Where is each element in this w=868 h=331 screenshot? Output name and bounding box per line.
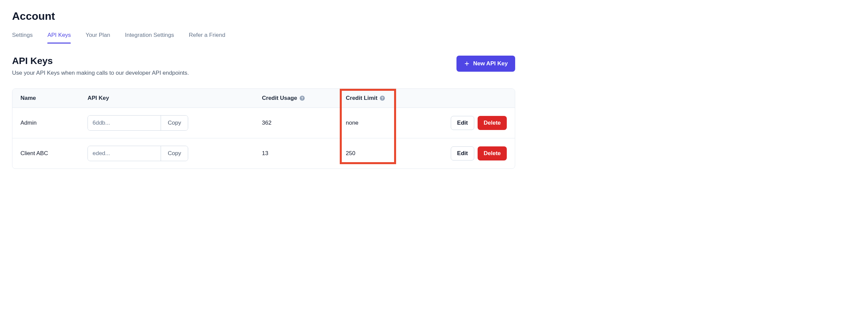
cell-usage: 13	[262, 150, 346, 157]
tab-settings[interactable]: Settings	[12, 32, 33, 43]
api-key-input[interactable]	[88, 146, 161, 161]
cell-usage: 362	[262, 120, 346, 126]
tab-refer-a-friend[interactable]: Refer a Friend	[189, 32, 225, 43]
svg-text:?: ?	[301, 96, 303, 100]
api-key-input[interactable]	[88, 115, 161, 130]
section-desc: Use your API Keys when making calls to o…	[12, 70, 189, 76]
edit-button[interactable]: Edit	[451, 116, 474, 130]
cell-limit: 250	[346, 150, 420, 157]
new-api-key-button[interactable]: New API Key	[457, 56, 515, 72]
cell-key: Copy	[88, 146, 262, 161]
svg-text:?: ?	[381, 96, 383, 100]
page-title: Account	[12, 10, 515, 23]
tab-your-plan[interactable]: Your Plan	[86, 32, 110, 43]
section-title: API Keys	[12, 56, 189, 66]
plus-icon	[464, 61, 470, 67]
copy-button[interactable]: Copy	[161, 146, 188, 161]
delete-button[interactable]: Delete	[477, 116, 507, 130]
copy-button[interactable]: Copy	[161, 115, 188, 130]
tab-api-keys[interactable]: API Keys	[47, 32, 71, 43]
cell-name: Client ABC	[21, 150, 88, 157]
cell-name: Admin	[21, 120, 88, 126]
table-header-row: Name API Key Credit Usage ? Credit Limit…	[12, 89, 515, 108]
table-row: AdminCopy362noneEditDelete	[12, 108, 515, 138]
col-header-key: API Key	[88, 95, 262, 101]
col-header-limit: Credit Limit ?	[346, 95, 420, 101]
delete-button[interactable]: Delete	[477, 146, 507, 161]
help-icon[interactable]: ?	[379, 95, 385, 101]
cell-key: Copy	[88, 115, 262, 131]
tab-integration-settings[interactable]: Integration Settings	[125, 32, 174, 43]
help-icon[interactable]: ?	[299, 95, 305, 101]
cell-actions: EditDelete	[420, 116, 507, 130]
table-row: Client ABCCopy13250EditDelete	[12, 138, 515, 168]
cell-limit: none	[346, 120, 420, 126]
cell-actions: EditDelete	[420, 146, 507, 161]
tabs: SettingsAPI KeysYour PlanIntegration Set…	[12, 32, 515, 43]
col-header-usage: Credit Usage ?	[262, 95, 346, 101]
new-api-key-label: New API Key	[473, 60, 508, 67]
col-header-name: Name	[21, 95, 88, 101]
api-keys-table: Name API Key Credit Usage ? Credit Limit…	[12, 89, 515, 169]
edit-button[interactable]: Edit	[451, 146, 474, 161]
